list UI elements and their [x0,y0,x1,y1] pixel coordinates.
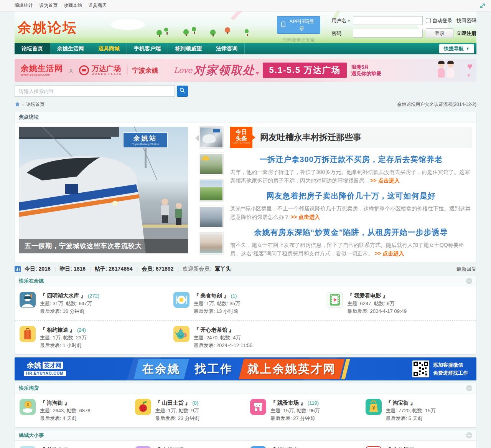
forum-title[interactable]: 『 美食每刻 』 [194,293,229,299]
qr-code-icon [412,360,429,377]
shopping-bag-icon[interactable]: ¥ [366,399,382,415]
password-field[interactable] [353,29,423,38]
link-bookmark-site[interactable]: 收藏本站 [64,2,82,9]
section-header: 快乐在余姚 [15,276,476,286]
forum-title[interactable]: 『 海淘街 』 [40,400,70,406]
enter-link[interactable]: >> 点击进入 [375,250,404,256]
forum-title[interactable]: 『 开心老茶馆 』 [194,327,234,333]
focus-thumbnail-hills[interactable] [199,180,223,201]
focus-thumbnail-alley[interactable] [199,153,223,175]
wanda-logo: 万达广场 WANDA PLAZA 宁波余姚 [79,65,158,76]
breadcrumb-forum-home[interactable]: 论坛首页 [26,101,44,108]
bayberry-icon[interactable] [135,399,151,415]
focus-main-image[interactable]: 余姚站 Yuyao Railway Station 五一假期，宁波城铁这些车次客… [19,127,188,253]
breadcrumb: › 论坛首页 余姚论坛用户实名认证流程(2014-12-2) [15,101,476,108]
forum-stats: 主题: 2643, 帖数: 6878 [40,407,91,415]
forum-last-post: 最后发表: 4 天前 [40,415,91,422]
news-item: 余姚有房东深陷“炒黄金”陷阱，从租房开始一步步诱导 前不久，施女士在网上发布了租… [230,227,472,258]
forum-new-count: (119) [308,400,319,406]
magnifier-icon[interactable] [20,446,36,448]
login-zone: APP扫码登录 扫码登录更安全 用户名 ▾ 自动登录 找回密码 密码 登录 立即… [277,16,476,43]
scan-login-tip: 扫码登录更安全 [277,37,320,43]
main-image-caption: 五一假期，宁波城铁这些车次客流较大 [19,239,188,253]
fullscreen-expand-icon[interactable] [479,3,486,10]
search-button[interactable] [177,86,188,97]
collapse-toggle[interactable] [466,385,472,391]
search-icon [180,88,185,94]
nav-props-mall[interactable]: 道具商城 [91,43,127,54]
forum-title[interactable]: 『 我爱看电影 』 [347,293,388,299]
movie-icon[interactable] [327,292,343,308]
job-ad-banner[interactable]: 余姚英才网 HR.EYUYAO.COM 在余姚 找工作 就上余姚英才网 添加客服… [15,357,476,380]
forum-last-post: 最后发表: 1 小时前 [40,342,86,349]
store-icon[interactable] [250,399,266,415]
stat-yesterday: 昨日: 1816 [59,266,86,273]
welcome-label: 欢迎新会员: [183,266,211,273]
username-field[interactable] [353,16,423,25]
forum-item: 『 开心老茶馆 』 主题: 2470, 帖数: 4万 最后发表: 2024-4-… [169,321,323,354]
forum-stats: 主题: 15万, 帖数: 96万 [270,407,320,415]
forum-item: 『 余姚问吧 』(12) 主题: 12万, 帖数: 83万 [130,441,246,448]
link-edit-stats[interactable]: 编辑统计 [15,2,33,9]
forum-title[interactable]: 『 淘宝街 』 [386,400,416,406]
food-icon[interactable] [173,292,189,308]
headline-link[interactable]: 网友吐槽永丰村拆迁那些事 [260,132,361,143]
nav-legal-advice[interactable]: 法律咨询 [209,43,245,54]
collapse-toggle[interactable] [466,278,472,284]
chevron-down-icon[interactable]: ▾ [348,19,350,23]
register-link[interactable]: 立即注册 [456,30,476,37]
quick-nav-button[interactable]: 快捷导航▼ [439,44,474,53]
home-icon[interactable] [15,102,20,108]
enter-link[interactable]: >> 点击进入 [291,214,320,220]
auto-login-label: 自动登录 [432,17,452,24]
forum-item: $ 『 海淘街 』 主题: 2643, 帖数: 6878 最后发表: 4 天前 [15,393,130,427]
focus-thumbnail-train[interactable] [199,127,223,148]
forum-item: 『 四明湖大水库 』(272) 主题: 31万, 帖数: 647万 最后发表: … [15,286,169,320]
nav-forum-home[interactable]: 论坛首页 [15,43,50,54]
wanda-ad-banner[interactable]: 余姚生活网 www.eyuyao.com X 万达广场 WANDA PLAZA … [15,59,476,82]
collapse-toggle[interactable] [466,432,472,438]
link-set-homepage[interactable]: 设为首页 [39,2,58,9]
forum-stats: 主题: 31万, 帖数: 647万 [40,300,99,307]
travel-icon[interactable] [20,326,36,342]
stat-members: 会员: 671892 [142,266,173,273]
forum-stats-bar: 今日: 2016| 昨日: 1816| 帖子: 26174854| 会员: 67… [15,266,476,273]
app-scan-login-button[interactable]: APP扫码登录 [277,16,320,34]
forum-title[interactable]: 『 山田土货 』 [155,400,191,406]
forum-item: 『 关注余姚 』(1426) 主题: 32万, 帖数: 781万 [15,441,130,448]
chat-icon[interactable] [135,446,151,448]
forum-title[interactable]: 『 四明湖大水库 』 [40,293,86,299]
news-title[interactable]: 余姚有房东深陷“炒黄金”陷阱，从租房开始一步步诱导 [230,227,472,238]
auto-login-checkbox[interactable] [426,18,431,23]
focus-thumbnail-mist[interactable] [199,206,223,228]
forum-title[interactable]: 『 相约旅途 』 [40,327,75,333]
teapot-icon[interactable] [173,326,189,342]
link-props-shop[interactable]: 道具商店 [88,2,107,9]
forum-item: 『 美食每刻 』(1) 主题: 1万, 帖数: 35万 最后发表: 13 小时前 [169,286,323,320]
enter-link[interactable]: >> 点击进入 [371,177,400,183]
nav-mobile-client[interactable]: 手机客户端 [127,43,168,54]
new-member-link[interactable]: 覃丫头 [215,266,231,273]
site-logo[interactable]: 余姚论坛 [18,18,77,37]
crumb-separator: › [22,102,24,107]
nav-yuyao-life[interactable]: 余姚生活网 [50,43,91,54]
focus-thumbnail-room[interactable] [199,233,223,254]
diver-icon[interactable] [20,292,36,308]
forum-new-count: (1) [231,293,237,299]
news-title[interactable]: 网友急着把房子卖出降价几十万，这可如何是好 [230,191,472,201]
find-password-link[interactable]: 找回密码 [456,17,476,24]
lost-found-icon[interactable]: 失物 招领 [366,446,382,448]
coin-hand-icon[interactable]: $ [20,399,36,415]
news-title[interactable]: 一拆迁户拿300万拆迁款不买房，定存后去宾馆养老 [230,154,472,165]
shield-icon[interactable]: ★ [250,446,266,448]
eyuyao-logo: 余姚生活网 www.eyuyao.com [21,64,63,76]
nav-signin-prestige[interactable]: 签到领威望 [168,43,209,54]
latest-replies-link[interactable]: 最新回复 [456,266,476,273]
forum-title[interactable]: 『 跳蚤市场 』 [270,400,306,406]
realname-auth-link[interactable]: 余姚论坛用户实名认证流程(2014-12-2) [397,101,476,108]
forum-item: ★ 『 姚江警务 』 主题: 6190, 帖数: 6万 [246,441,361,448]
search-input[interactable] [15,85,175,97]
stat-posts: 帖子: 26174854 [95,266,133,273]
stats-chart-icon [15,266,21,272]
login-button[interactable]: 登录 [426,28,453,38]
